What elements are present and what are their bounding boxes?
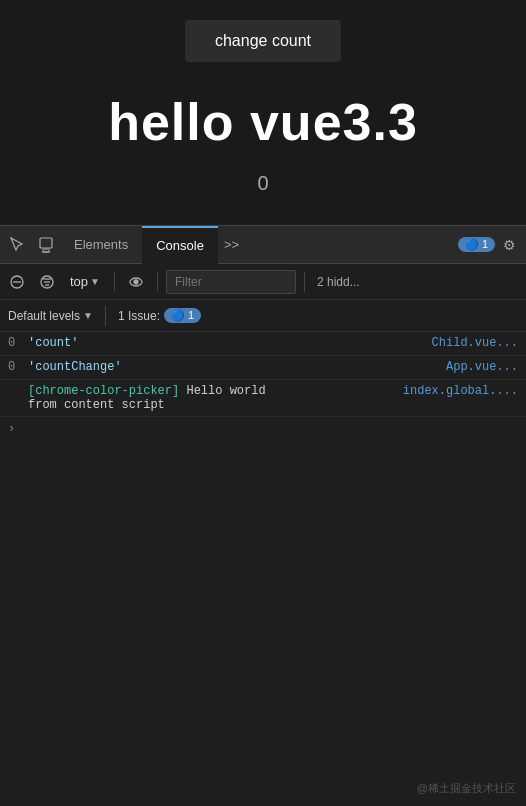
separator <box>114 272 115 292</box>
default-levels-button[interactable]: Default levels ▼ <box>8 309 93 323</box>
filter-input[interactable] <box>166 270 296 294</box>
console-row-number: 0 <box>8 336 20 350</box>
console-text-hello: Hello world <box>186 384 265 398</box>
console-output: 0 'count' Child.vue... 0 'countChange' A… <box>0 332 526 806</box>
console-row-source[interactable]: Child.vue... <box>432 336 518 350</box>
separator2 <box>157 272 158 292</box>
hello-text: hello vue3.3 <box>108 92 418 152</box>
console-text-bracket: [chrome-color-picker] <box>28 384 179 398</box>
separator3 <box>304 272 305 292</box>
console-text-from: from content script <box>28 398 165 412</box>
console-row: [chrome-color-picker] Hello world from c… <box>0 380 526 417</box>
more-tabs-button[interactable]: >> <box>218 231 245 258</box>
watermark: @稀土掘金技术社区 <box>417 781 516 796</box>
issue-badge-area: 1 Issue: 🔵 1 <box>118 308 201 323</box>
badge-count: 1 <box>482 238 488 250</box>
devtools-toolbar2: top ▼ 2 hidd... <box>0 264 526 300</box>
device-icon[interactable] <box>32 231 60 259</box>
console-row-source[interactable]: index.global.... <box>403 384 518 398</box>
console-row-text: [chrome-color-picker] Hello world from c… <box>28 384 403 412</box>
devtools-panel: Elements Console >> 🔵 1 ⚙ <box>0 225 526 806</box>
default-levels-label: Default levels <box>8 309 80 323</box>
badge-icon: 🔵 <box>465 238 479 250</box>
eye-icon[interactable] <box>123 270 149 294</box>
console-row-number <box>8 384 20 398</box>
chevron-down-icon2: ▼ <box>83 310 93 321</box>
console-clear-icon[interactable] <box>4 270 30 294</box>
tab-console[interactable]: Console <box>142 226 218 264</box>
count-display: 0 <box>257 172 268 195</box>
issue-count: 1 <box>188 309 194 321</box>
chevron-down-icon: ▼ <box>90 276 100 287</box>
console-row-source[interactable]: App.vue... <box>446 360 518 374</box>
console-filter-icon[interactable] <box>34 270 60 294</box>
console-row-text: 'count' <box>28 336 432 350</box>
issue-icon: 🔵 1 <box>164 308 201 323</box>
console-row-text: 'countChange' <box>28 360 446 374</box>
inspect-icon[interactable] <box>4 231 32 259</box>
devtools-tabbar: Elements Console >> 🔵 1 ⚙ <box>0 226 526 264</box>
console-row: 0 'countChange' App.vue... <box>0 356 526 380</box>
svg-rect-0 <box>40 238 52 248</box>
console-row-number: 0 <box>8 360 20 374</box>
change-count-button[interactable]: change count <box>185 20 341 62</box>
top-context-selector[interactable]: top ▼ <box>64 272 106 291</box>
console-row: 0 'count' Child.vue... <box>0 332 526 356</box>
issue-icon-symbol: 🔵 <box>171 309 185 321</box>
devtools-badge: 🔵 1 <box>458 237 495 252</box>
svg-point-10 <box>134 280 138 284</box>
console-input-row: › <box>0 417 526 441</box>
issue-label: 1 Issue: <box>118 309 160 323</box>
tab-elements[interactable]: Elements <box>60 226 142 264</box>
devtools-toolbar3: Default levels ▼ 1 Issue: 🔵 1 <box>0 300 526 332</box>
hidden-count: 2 hidd... <box>317 275 360 289</box>
top-label: top <box>70 274 88 289</box>
separator4 <box>105 306 106 326</box>
settings-icon[interactable]: ⚙ <box>497 232 522 258</box>
console-prompt: › <box>8 422 15 436</box>
